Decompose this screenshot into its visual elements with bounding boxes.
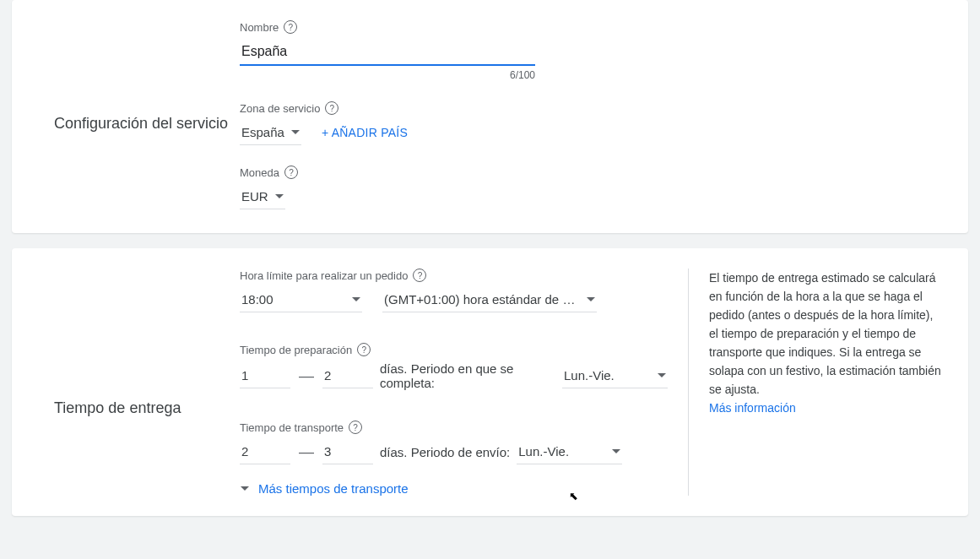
country-dropdown[interactable]: España [240, 120, 301, 145]
timezone-value: (GMT+01:00) hora estándar de E... [384, 292, 578, 307]
transit-schedule-dropdown[interactable]: Lun.-Vie. [517, 439, 622, 464]
dropdown-arrow-icon [352, 297, 360, 301]
service-area-row: España + AÑADIR PAÍS [240, 120, 941, 145]
transit-schedule-value: Lun.-Vie. [518, 444, 569, 459]
prep-label-row: Tiempo de preparación ? [240, 343, 668, 356]
transit-row: — días. Periodo de envío: Lun.-Vie. [240, 439, 668, 464]
currency-value: EUR [241, 189, 268, 204]
transit-label-row: Tiempo de transporte ? [240, 421, 668, 434]
dropdown-arrow-icon [612, 449, 620, 453]
name-label: Nombre [240, 21, 279, 34]
service-area-group: Zona de servicio ? España + AÑADIR PAÍS [240, 101, 941, 145]
info-body: El tiempo de entrega estimado se calcula… [709, 271, 941, 396]
dash-separator: — [290, 443, 322, 461]
help-icon[interactable]: ? [349, 421, 362, 434]
dropdown-arrow-icon [291, 130, 300, 134]
help-icon[interactable]: ? [413, 269, 426, 282]
info-panel: El tiempo de entrega estimado se calcula… [688, 269, 941, 496]
currency-label-row: Moneda ? [240, 166, 941, 179]
cutoff-group: Hora límite para realizar un pedido ? 18… [240, 269, 668, 312]
name-input[interactable] [240, 39, 535, 66]
cutoff-label: Hora límite para realizar un pedido [240, 269, 408, 282]
info-text: El tiempo de entrega estimado se calcula… [709, 269, 941, 417]
country-value: España [241, 125, 284, 139]
prep-schedule-value: Lun.-Vie. [564, 368, 615, 383]
help-icon[interactable]: ? [357, 343, 371, 356]
section-title: Configuración del servicio [54, 115, 240, 133]
prep-min-input[interactable] [240, 363, 290, 388]
chevron-down-icon [241, 486, 249, 491]
prep-text: días. Periodo en que se completa: [380, 361, 515, 390]
add-country-button[interactable]: + AÑADIR PAÍS [322, 126, 408, 139]
service-area-label: Zona de servicio [240, 102, 320, 115]
currency-label: Moneda [240, 166, 279, 179]
cutoff-time-dropdown[interactable]: 18:00 [240, 287, 362, 312]
dropdown-arrow-icon [275, 194, 284, 198]
delivery-mid-content: Hora límite para realizar un pedido ? 18… [240, 269, 668, 496]
dash-separator: — [290, 367, 322, 385]
prep-max-input[interactable] [322, 363, 373, 388]
prep-label: Tiempo de preparación [240, 344, 352, 356]
service-area-label-row: Zona de servicio ? [240, 101, 941, 115]
service-config-content: Nombre ? 6/100 Zona de servicio ? España… [240, 20, 941, 213]
cutoff-row: 18:00 (GMT+01:00) hora estándar de E... [240, 287, 668, 312]
more-info-link[interactable]: Más información [709, 401, 796, 415]
transit-text: días. Periodo de envío: [380, 445, 510, 459]
cutoff-label-row: Hora límite para realizar un pedido ? [240, 269, 668, 282]
name-field-group: Nombre ? 6/100 [240, 20, 941, 81]
timezone-dropdown[interactable]: (GMT+01:00) hora estándar de E... [382, 287, 597, 312]
dropdown-arrow-icon [658, 373, 666, 377]
transit-group: Tiempo de transporte ? — días. Periodo d… [240, 421, 668, 464]
service-config-card: Configuración del servicio Nombre ? 6/10… [12, 0, 968, 233]
transit-min-input[interactable] [240, 439, 290, 464]
prep-row: — días. Periodo en que se completa: Lun.… [240, 361, 668, 390]
prep-schedule-dropdown[interactable]: Lun.-Vie. [562, 363, 668, 388]
more-transit-label: Más tiempos de transporte [258, 481, 409, 496]
prep-group: Tiempo de preparación ? — días. Periodo … [240, 343, 668, 390]
transit-label: Tiempo de transporte [240, 421, 344, 434]
section-title-wrap: Configuración del servicio [54, 20, 240, 213]
section-title-wrap: Tiempo de entrega [54, 269, 240, 417]
transit-max-input[interactable] [322, 439, 373, 464]
cutoff-time-value: 18:00 [241, 292, 273, 307]
help-icon[interactable]: ? [284, 166, 298, 179]
dropdown-arrow-icon [587, 297, 595, 301]
help-icon[interactable]: ? [284, 20, 297, 34]
currency-dropdown[interactable]: EUR [240, 184, 285, 209]
section-title: Tiempo de entrega [54, 399, 240, 417]
delivery-time-content: Hora límite para realizar un pedido ? 18… [240, 269, 941, 496]
more-transit-expand[interactable]: Más tiempos de transporte [240, 481, 668, 496]
char-count: 6/100 [240, 69, 535, 81]
currency-group: Moneda ? EUR [240, 166, 941, 209]
name-label-row: Nombre ? [240, 20, 941, 34]
delivery-time-card: Tiempo de entrega Hora límite para reali… [12, 248, 968, 516]
help-icon[interactable]: ? [325, 101, 338, 115]
